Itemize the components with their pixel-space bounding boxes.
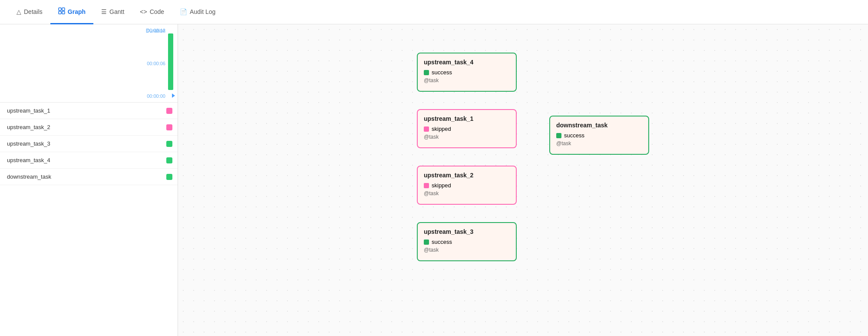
duration-bar [168, 33, 173, 90]
tab-graph-label: Graph [68, 8, 86, 15]
node-status-label: skipped [432, 126, 451, 132]
node-title: upstream_task_1 [424, 115, 510, 122]
task-name: upstream_task_4 [7, 157, 166, 163]
task-name: upstream_task_2 [7, 124, 166, 130]
list-item[interactable]: upstream_task_3 [0, 136, 178, 152]
graph-icon [58, 7, 65, 16]
node-status: success [556, 132, 642, 139]
status-dot [166, 157, 172, 163]
audit-icon: 📄 [180, 8, 187, 15]
code-icon: <> [140, 8, 147, 15]
task-node-upstream-task-3[interactable]: upstream_task_3 success @task [417, 222, 517, 261]
node-status-label: skipped [432, 182, 451, 189]
node-title: upstream_task_4 [424, 59, 510, 66]
list-item[interactable]: upstream_task_2 [0, 119, 178, 136]
tab-audit[interactable]: 📄 Audit Log [172, 0, 223, 24]
node-title: upstream_task_3 [424, 228, 510, 235]
node-type: @task [424, 247, 510, 253]
task-name: upstream_task_3 [7, 140, 166, 147]
list-item[interactable]: downstream_task [0, 169, 178, 185]
graph-content: upstream_task_4 success @task upstream_t… [178, 24, 868, 336]
task-name: upstream_task_1 [7, 107, 166, 114]
task-node-upstream-task-2[interactable]: upstream_task_2 skipped @task [417, 166, 517, 205]
gantt-icon: ☰ [101, 8, 107, 15]
main-content: Duration 00:00:12 00:00:06 00:00:00 upst… [0, 24, 868, 336]
status-dot [166, 174, 172, 180]
connector-lines [178, 24, 308, 90]
tab-audit-label: Audit Log [190, 8, 215, 15]
node-status: success [424, 239, 510, 245]
tab-details-label: Details [24, 8, 43, 15]
status-dot [166, 141, 172, 147]
tab-details[interactable]: △ Details [9, 0, 50, 24]
time-axis: 00:00:12 00:00:06 00:00:00 [147, 28, 165, 99]
status-square-pink [424, 126, 429, 132]
tab-graph[interactable]: Graph [50, 0, 93, 24]
node-type: @task [424, 134, 510, 140]
play-indicator[interactable] [172, 93, 175, 98]
node-status: success [424, 69, 510, 76]
node-type: @task [556, 140, 642, 146]
task-name: downstream_task [7, 173, 166, 180]
status-square-green [424, 240, 429, 245]
node-status-label: success [432, 239, 452, 245]
svg-rect-0 [59, 8, 61, 10]
status-dot [166, 124, 172, 130]
duration-header: Duration 00:00:12 00:00:06 00:00:00 [0, 24, 178, 103]
node-type: @task [424, 77, 510, 83]
node-title: downstream_task [556, 122, 642, 129]
details-icon: △ [17, 8, 21, 15]
node-type: @task [424, 190, 510, 196]
time-tick-max: 00:00:12 [147, 28, 165, 33]
tab-gantt-label: Gantt [109, 8, 124, 15]
svg-rect-2 [59, 11, 61, 14]
status-dot [166, 108, 172, 114]
list-item[interactable]: upstream_task_1 [0, 103, 178, 119]
svg-rect-3 [62, 11, 65, 14]
node-title: upstream_task_2 [424, 172, 510, 179]
tab-code-label: Code [150, 8, 164, 15]
status-square-pink [424, 183, 429, 188]
tab-bar: △ Details Graph ☰ Gantt <> Code 📄 Audit … [0, 0, 868, 24]
task-list: upstream_task_1 upstream_task_2 upstream… [0, 103, 178, 336]
task-node-downstream-task[interactable]: downstream_task success @task [549, 116, 649, 155]
tab-gantt[interactable]: ☰ Gantt [93, 0, 132, 24]
node-status-label: success [432, 69, 452, 76]
time-tick-mid: 00:00:06 [147, 61, 165, 66]
task-node-upstream-task-1[interactable]: upstream_task_1 skipped @task [417, 109, 517, 148]
task-node-upstream-task-4[interactable]: upstream_task_4 success @task [417, 53, 517, 92]
time-tick-min: 00:00:00 [147, 93, 165, 99]
node-status-label: success [564, 132, 584, 139]
tab-code[interactable]: <> Code [132, 0, 172, 24]
svg-rect-1 [62, 8, 65, 10]
list-item[interactable]: upstream_task_4 [0, 152, 178, 169]
node-status: skipped [424, 182, 510, 189]
node-status: skipped [424, 126, 510, 132]
status-square-green [424, 70, 429, 75]
status-square-green [556, 133, 561, 138]
left-panel: Duration 00:00:12 00:00:06 00:00:00 upst… [0, 24, 178, 336]
graph-panel[interactable]: upstream_task_4 success @task upstream_t… [178, 24, 868, 336]
